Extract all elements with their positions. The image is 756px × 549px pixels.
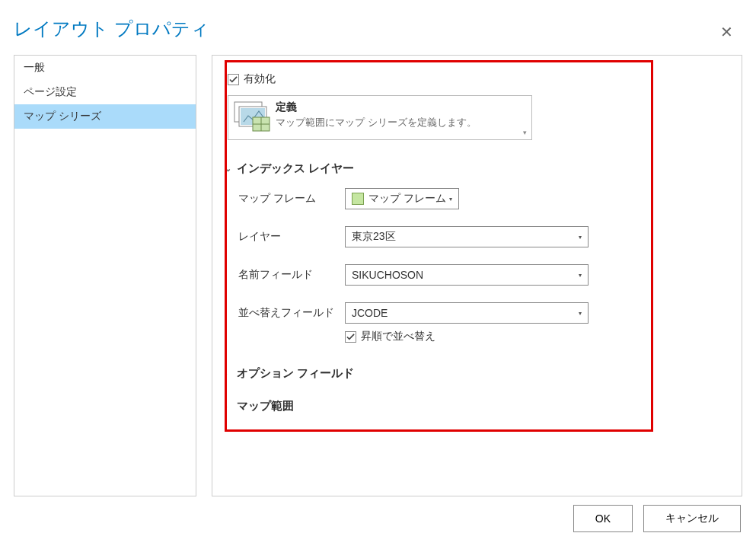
section-index-layer: ⌄ インデックス レイヤー マップ フレーム マップ フレーム ▾ レイヤー 東… xyxy=(225,161,729,343)
sidebar-item-map-series[interactable]: マップ シリーズ xyxy=(14,104,196,129)
section-map-extent-header[interactable]: › マップ範囲 xyxy=(225,399,729,413)
chevron-down-icon: ⌄ xyxy=(225,164,232,174)
layer-label: レイヤー xyxy=(238,230,345,244)
sidebar-item-general[interactable]: 一般 xyxy=(14,56,196,80)
name-field-select[interactable]: SIKUCHOSON ▾ xyxy=(345,264,589,286)
chevron-down-icon: ▾ xyxy=(579,272,582,279)
section-index-layer-header[interactable]: ⌄ インデックス レイヤー xyxy=(225,161,729,176)
map-frame-icon xyxy=(352,193,364,205)
check-icon xyxy=(229,75,238,84)
content-panel: 有効化 定義 マップ範囲にマップ シリーズを定義します。 ▾ xyxy=(212,55,742,496)
button-bar: OK キャンセル xyxy=(573,505,741,532)
section-index-layer-title: インデックス レイヤー xyxy=(237,161,354,176)
sort-ascending-label: 昇順で並べ替え xyxy=(361,330,435,343)
definition-dropdown[interactable]: 定義 マップ範囲にマップ シリーズを定義します。 ▾ xyxy=(228,95,532,140)
row-map-frame: マップ フレーム マップ フレーム ▾ xyxy=(225,188,729,209)
chevron-down-icon: ▾ xyxy=(449,196,452,203)
chevron-down-icon: ▾ xyxy=(523,129,527,136)
sort-field-value: JCODE xyxy=(352,307,388,319)
row-sort-field: 並べ替えフィールド JCODE ▾ xyxy=(225,302,729,324)
section-map-extent-title: マップ範囲 xyxy=(237,399,294,413)
section-option-fields: › オプション フィールド xyxy=(225,366,729,381)
section-map-extent: › マップ範囲 xyxy=(225,399,729,413)
dialog-body: 一般 ページ設定 マップ シリーズ 有効化 xyxy=(0,55,756,496)
definition-description: マップ範囲にマップ シリーズを定義します。 xyxy=(276,116,524,129)
map-frame-value: マップ フレーム xyxy=(368,192,446,206)
definition-icon xyxy=(233,101,271,135)
sidebar-item-page-setup[interactable]: ページ設定 xyxy=(14,80,196,104)
sort-ascending-checkbox[interactable] xyxy=(345,331,356,343)
dialog-title: レイアウト プロパティ xyxy=(0,0,756,55)
sidebar: 一般 ページ設定 マップ シリーズ xyxy=(14,55,196,496)
row-sort-ascending: 昇順で並べ替え xyxy=(225,330,729,343)
map-frame-select[interactable]: マップ フレーム ▾ xyxy=(345,188,459,209)
chevron-down-icon: ▾ xyxy=(579,310,582,317)
row-name-field: 名前フィールド SIKUCHOSON ▾ xyxy=(225,264,729,286)
enable-checkbox[interactable] xyxy=(228,74,239,85)
layer-value: 東京23区 xyxy=(352,230,396,244)
sort-field-select[interactable]: JCODE ▾ xyxy=(345,302,589,324)
layer-select[interactable]: 東京23区 ▾ xyxy=(345,226,589,247)
section-option-fields-header[interactable]: › オプション フィールド xyxy=(225,366,729,381)
chevron-right-icon: › xyxy=(225,369,232,378)
map-frame-label: マップ フレーム xyxy=(238,192,345,206)
chevron-right-icon: › xyxy=(225,402,232,411)
section-option-fields-title: オプション フィールド xyxy=(237,366,354,381)
row-layer: レイヤー 東京23区 ▾ xyxy=(225,226,729,247)
enable-row: 有効化 xyxy=(228,72,729,86)
name-field-value: SIKUCHOSON xyxy=(352,269,423,281)
enable-label: 有効化 xyxy=(244,72,276,86)
chevron-down-icon: ▾ xyxy=(579,234,582,241)
name-field-label: 名前フィールド xyxy=(238,268,345,282)
definition-text: 定義 マップ範囲にマップ シリーズを定義します。 xyxy=(276,101,524,129)
ok-button[interactable]: OK xyxy=(573,505,633,532)
check-icon xyxy=(346,333,355,341)
close-icon[interactable]: ✕ xyxy=(720,23,733,41)
sort-field-label: 並べ替えフィールド xyxy=(238,306,345,320)
definition-title: 定義 xyxy=(276,101,524,114)
cancel-button[interactable]: キャンセル xyxy=(643,505,741,532)
